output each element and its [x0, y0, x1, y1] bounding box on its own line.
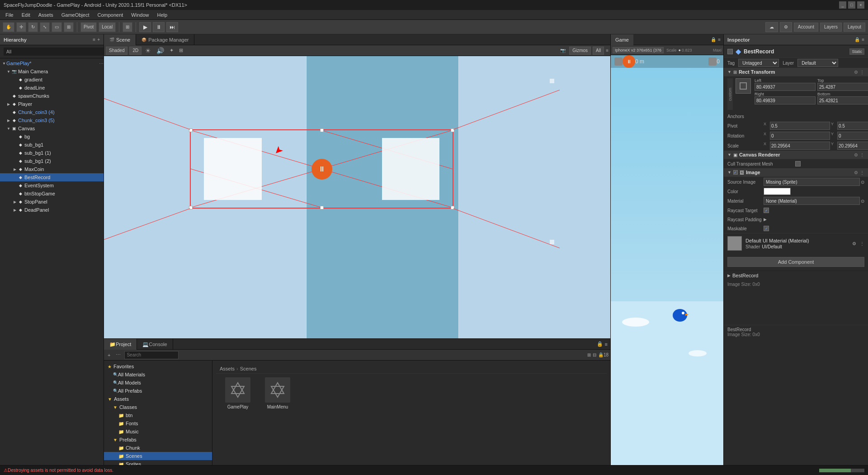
rt-top-input[interactable] — [817, 83, 868, 91]
move-tool[interactable]: ✛ — [16, 22, 26, 32]
layers-filter[interactable]: All — [593, 47, 604, 55]
rt-left-input[interactable] — [755, 83, 816, 91]
tree-bg[interactable]: ◆ bg — [0, 133, 104, 141]
material-dots-btn[interactable]: ⋮ — [860, 241, 864, 246]
image-active-checkbox[interactable]: ✓ — [733, 170, 738, 175]
lock-icon[interactable]: 🔒 — [597, 341, 603, 347]
menu-help[interactable]: Help — [153, 11, 171, 19]
chunk-folder[interactable]: 📁 Chunk — [104, 444, 212, 452]
material-gear-icon[interactable]: ⚙ — [852, 241, 856, 246]
scene-view-toggle[interactable]: ⊞ — [177, 48, 185, 53]
tree-stoppanel[interactable]: ▶ ◆ StopPanel — [0, 198, 104, 206]
layer-dropdown[interactable]: Default — [797, 59, 838, 67]
2d-button[interactable]: 2D — [129, 47, 142, 55]
cull-checkbox[interactable] — [795, 161, 801, 166]
menu-assets[interactable]: Assets — [35, 11, 57, 19]
fx-toggle[interactable]: ✦ — [168, 48, 175, 53]
handle-tm[interactable] — [320, 128, 324, 132]
handle-bm[interactable] — [320, 206, 324, 209]
pivot-button[interactable]: Pivot — [80, 22, 97, 32]
rot-x-input[interactable] — [770, 132, 830, 140]
project-search-input[interactable] — [124, 351, 179, 359]
hierarchy-menu-btn[interactable]: ≡ — [93, 37, 95, 42]
tree-maxcoin[interactable]: ▶ ◆ MaxCoin — [0, 165, 104, 173]
tree-spawnchunks[interactable]: ◆ spawnChunks — [0, 92, 104, 100]
pivot-x-input[interactable] — [770, 122, 830, 130]
scene-view[interactable]: ⏸ ➤ — [104, 56, 610, 338]
color-swatch[interactable] — [764, 188, 791, 195]
services-button[interactable]: ⚙ — [780, 22, 792, 32]
pivot-y-input[interactable] — [837, 122, 868, 130]
rotate-tool[interactable]: ↻ — [28, 22, 38, 32]
tree-deadline[interactable]: ◆ deadLine — [0, 84, 104, 92]
minimize-button[interactable]: _ — [839, 1, 846, 9]
raycast-padding-expand[interactable]: ▶ — [764, 217, 767, 222]
handle-tr[interactable] — [451, 128, 454, 132]
layers-button[interactable]: Layers — [820, 23, 842, 32]
add-component-button[interactable]: Add Component — [727, 257, 864, 267]
game-lock-icon[interactable]: 🔒 — [711, 37, 716, 42]
prefabs-folder[interactable]: ▼ Prefabs — [104, 436, 212, 444]
panel-menu-btn[interactable]: ≡ — [605, 342, 608, 347]
scenes-folder[interactable]: 📁 Scenes — [104, 452, 212, 460]
tree-sub-bg1-2[interactable]: ◆ sub_bg1 (2) — [0, 157, 104, 165]
pause-button[interactable]: ⏸ — [153, 22, 165, 32]
maximize-button[interactable]: □ — [848, 1, 855, 9]
tab-console[interactable]: 💻 Console — [137, 339, 173, 350]
step-button[interactable]: ⏭ — [166, 22, 178, 32]
close-button[interactable]: × — [857, 1, 864, 9]
tree-chunk-coin3-5[interactable]: ▶ ◆ Chunk_coin3 (5) — [0, 116, 104, 124]
proj-options-btn[interactable]: ⋯ — [114, 352, 123, 358]
menu-gameobject[interactable]: GameObject — [58, 11, 93, 19]
canvas-renderer-header[interactable]: ▼ ▣ Canvas Renderer ⚙ ⋮ — [724, 151, 868, 159]
tree-eventsystem[interactable]: ◆ EventSystem — [0, 181, 104, 190]
menu-window[interactable]: Window — [127, 11, 152, 19]
layout-button[interactable]: Layout — [844, 23, 865, 32]
all-models-item[interactable]: 🔍 All Models — [104, 379, 212, 387]
source-image-input[interactable] — [764, 178, 860, 186]
fonts-folder[interactable]: 📁 Fonts — [104, 419, 212, 428]
scale-x-input[interactable] — [770, 142, 830, 150]
material-select-btn[interactable]: ⊙ — [861, 199, 864, 204]
tree-bestrecord[interactable]: ◆ BestRecord — [0, 173, 104, 181]
rect-transform-header[interactable]: ▼ ⊞ Rect Transform ⚙ ⋮ — [724, 68, 868, 76]
go-active-checkbox[interactable] — [727, 49, 733, 54]
all-materials-item[interactable]: 🔍 All Materials — [104, 370, 212, 379]
account-button[interactable]: Account — [794, 23, 818, 32]
material-input[interactable] — [764, 197, 860, 205]
tag-dropdown[interactable]: Untagged — [738, 59, 779, 67]
static-button[interactable]: Static — [849, 48, 864, 55]
tree-deadpanel[interactable]: ▶ ◆ DeadPanel — [0, 206, 104, 214]
tree-player[interactable]: ▶ ◆ Player — [0, 100, 104, 108]
breadcrumb-assets[interactable]: Assets — [220, 366, 235, 371]
lights-toggle[interactable]: ☀ — [143, 47, 153, 54]
raycast-target-checkbox[interactable]: ✓ — [764, 208, 769, 213]
menu-edit[interactable]: Edit — [18, 11, 34, 19]
menu-component[interactable]: Component — [94, 11, 127, 19]
maskable-checkbox[interactable]: ✓ — [764, 226, 769, 231]
scene-menu-btn[interactable]: ≡ — [606, 48, 609, 53]
tree-sub-bg1[interactable]: ◆ sub_bg1 — [0, 141, 104, 149]
hierarchy-add-btn[interactable]: + — [97, 37, 100, 42]
game-menu-btn[interactable]: ≡ — [718, 37, 721, 42]
tree-scene-gameplay[interactable]: ▼ GamePlay* ⋯ — [0, 59, 104, 67]
rt-visual[interactable] — [736, 78, 751, 94]
scale-y-input[interactable] — [837, 142, 868, 150]
tab-scene[interactable]: 🎬 Scene — [104, 34, 136, 45]
transform-tool[interactable]: ⊞ — [64, 22, 74, 32]
gizmos-button[interactable]: Gizmos — [569, 47, 591, 55]
tree-sub-bg1-1[interactable]: ◆ sub_bg1 (1) — [0, 149, 104, 157]
proj-add-btn[interactable]: + — [106, 352, 112, 358]
tree-main-camera[interactable]: ▼ 📷 Main Camera — [0, 67, 104, 76]
hand-tool[interactable]: ✋ — [3, 22, 14, 32]
image-dots-btn[interactable]: ⋮ — [860, 170, 864, 175]
proj-view-icon[interactable]: ⊞ — [587, 352, 591, 357]
rect-tool[interactable]: ▭ — [52, 22, 62, 32]
all-prefabs-item[interactable]: 🔍 All Prefabs — [104, 387, 212, 395]
gameplay-scene-asset[interactable]: GamePlay — [220, 377, 256, 409]
image-header[interactable]: ▼ ✓ 🖼 Image ⚙ ⋮ — [724, 168, 868, 177]
hierarchy-search-input[interactable] — [4, 48, 104, 56]
music-folder[interactable]: 📁 Music — [104, 428, 212, 436]
rt-gear-icon[interactable]: ⚙ — [854, 70, 858, 75]
shading-button[interactable]: Shaded — [106, 47, 127, 55]
